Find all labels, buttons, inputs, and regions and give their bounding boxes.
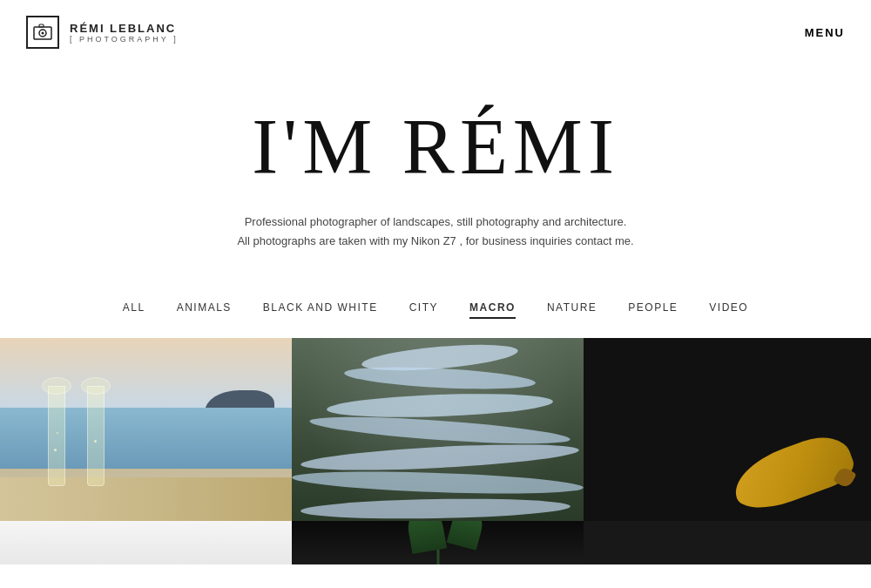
- photo-light-partial[interactable]: [0, 521, 292, 564]
- filter-nature[interactable]: NATURE: [547, 301, 597, 319]
- filter-animals[interactable]: ANIMALS: [177, 301, 232, 319]
- filter-city[interactable]: CITY: [409, 301, 438, 319]
- filter-video[interactable]: VIDEO: [709, 301, 748, 319]
- menu-button[interactable]: MENU: [805, 26, 845, 39]
- photo-dark-plant[interactable]: [292, 521, 584, 564]
- logo-area[interactable]: RÉMI LEBLANC [ PHOTOGRAPHY ]: [26, 16, 179, 49]
- site-tagline: [ PHOTOGRAPHY ]: [70, 35, 179, 44]
- logo-icon: [26, 16, 59, 49]
- site-header: RÉMI LEBLANC [ PHOTOGRAPHY ] MENU: [0, 0, 871, 64]
- logo-text: RÉMI LEBLANC [ PHOTOGRAPHY ]: [70, 22, 179, 44]
- photo-champagne-glasses[interactable]: [0, 338, 292, 521]
- hero-description: Professional photographer of landscapes,…: [218, 213, 653, 251]
- hero-section: I'M RÉMI Professional photographer of la…: [0, 64, 871, 277]
- photo-frosted-tree[interactable]: [292, 338, 584, 521]
- photo-grid: [0, 338, 871, 564]
- filter-macro[interactable]: MACRO: [469, 301, 516, 319]
- svg-point-3: [42, 32, 44, 35]
- hero-title: I'M RÉMI: [17, 108, 854, 186]
- filter-all[interactable]: ALL: [123, 301, 145, 319]
- photo-dark-object[interactable]: [584, 338, 871, 521]
- filter-black-white[interactable]: BLACK AND WHITE: [263, 301, 378, 319]
- filter-nav: ALL ANIMALS BLACK AND WHITE CITY MACRO N…: [0, 277, 871, 338]
- filter-people[interactable]: PEOPLE: [628, 301, 678, 319]
- site-name: RÉMI LEBLANC: [70, 22, 179, 35]
- svg-rect-2: [39, 24, 44, 27]
- photo-very-dark[interactable]: [584, 521, 871, 564]
